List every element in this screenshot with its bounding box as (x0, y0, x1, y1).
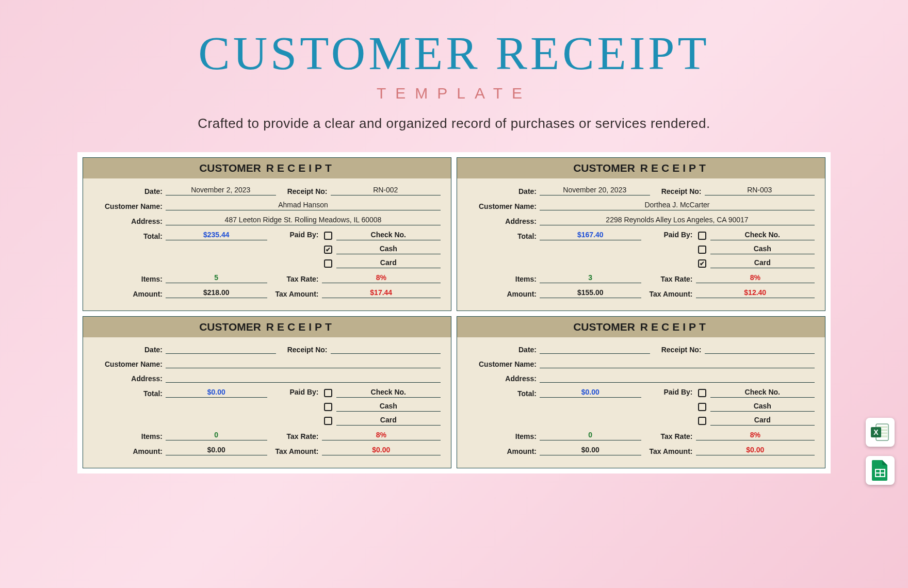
receiptno-label: Receipt No: (281, 346, 331, 354)
total-value: $0.00 (540, 388, 641, 398)
customer-label: Customer Name: (467, 202, 540, 210)
customer-value (540, 359, 815, 368)
receiptno-value: RN-002 (331, 186, 441, 195)
amount-label: Amount: (93, 290, 166, 298)
receiptno-value (705, 345, 815, 354)
taxamount-value: $0.00 (322, 446, 441, 455)
taxamount-label: Tax Amount: (646, 447, 696, 455)
taxamount-label: Tax Amount: (272, 447, 322, 455)
card-checkbox[interactable] (698, 417, 706, 425)
card-label: Card (710, 416, 815, 426)
taxrate-label: Tax Rate: (272, 432, 322, 440)
amount-label: Amount: (467, 447, 540, 455)
taxrate-value: 8% (322, 431, 441, 440)
check-label: Check No. (710, 231, 815, 240)
items-value: 5 (166, 273, 267, 283)
page-title: CUSTOMER RECEIPT (41, 26, 867, 80)
taxamount-value: $12.40 (696, 288, 815, 298)
svg-text:X: X (873, 428, 879, 436)
receipt-header: CUSTOMER RECEIPT (457, 158, 825, 178)
customer-value (166, 359, 441, 368)
items-label: Items: (93, 432, 166, 440)
taxamount-value: $17.44 (322, 288, 441, 298)
receipt-header: CUSTOMER RECEIPT (83, 317, 451, 337)
cash-label: Cash (336, 402, 441, 412)
check-checkbox[interactable] (324, 232, 332, 240)
receiptno-value (331, 345, 441, 354)
taxrate-label: Tax Rate: (272, 275, 322, 283)
cash-checkbox[interactable] (324, 246, 332, 254)
page-description: Crafted to provide a clear and organized… (41, 116, 867, 132)
amount-label: Amount: (467, 290, 540, 298)
address-label: Address: (467, 217, 540, 225)
card-label: Card (336, 416, 441, 426)
date-value: November 20, 2023 (540, 186, 650, 195)
customer-value: Ahmad Hanson (166, 201, 441, 210)
cash-label: Cash (710, 244, 815, 254)
format-icons: X (866, 418, 895, 485)
items-value: 0 (540, 431, 641, 440)
cash-label: Cash (336, 244, 441, 254)
amount-label: Amount: (93, 447, 166, 455)
receipt-card: CUSTOMER RECEIPT Date: Receipt No: Custo… (457, 316, 825, 468)
excel-icon[interactable]: X (866, 418, 895, 447)
paidby-label: Paid By: (646, 231, 696, 239)
receiptno-label: Receipt No: (281, 187, 331, 195)
receiptno-value: RN-003 (705, 186, 815, 195)
cash-checkbox[interactable] (698, 403, 706, 411)
total-value: $235.44 (166, 231, 267, 240)
address-value: 487 Leeton Ridge St. Rolling Meadows, IL… (166, 216, 441, 225)
address-value (166, 373, 441, 383)
taxrate-value: 8% (322, 273, 441, 283)
date-label: Date: (467, 187, 540, 195)
receipt-header: CUSTOMER RECEIPT (83, 158, 451, 178)
date-label: Date: (93, 187, 166, 195)
receipt-card: CUSTOMER RECEIPT Date: November 2, 2023 … (83, 157, 451, 311)
items-value: 3 (540, 273, 641, 283)
check-checkbox[interactable] (698, 389, 706, 397)
card-checkbox[interactable] (698, 259, 706, 268)
page-subtitle: TEMPLATE (41, 85, 867, 102)
check-checkbox[interactable] (698, 232, 706, 240)
sheets-icon[interactable] (866, 456, 895, 485)
taxrate-value: 8% (696, 431, 815, 440)
total-label: Total: (467, 232, 540, 240)
total-value: $0.00 (166, 388, 267, 398)
address-label: Address: (467, 374, 540, 383)
check-checkbox[interactable] (324, 389, 332, 397)
items-value: 0 (166, 431, 267, 440)
address-label: Address: (93, 374, 166, 383)
items-label: Items: (467, 275, 540, 283)
taxrate-label: Tax Rate: (646, 275, 696, 283)
taxamount-label: Tax Amount: (272, 290, 322, 298)
amount-value: $0.00 (540, 446, 641, 455)
customer-label: Customer Name: (93, 202, 166, 210)
total-label: Total: (93, 389, 166, 398)
receipt-card: CUSTOMER RECEIPT Date: Receipt No: Custo… (83, 316, 451, 468)
check-label: Check No. (336, 231, 441, 240)
date-value (540, 345, 650, 354)
date-value (166, 345, 276, 354)
taxrate-label: Tax Rate: (646, 432, 696, 440)
receipt-card: CUSTOMER RECEIPT Date: November 20, 2023… (457, 157, 825, 311)
cash-checkbox[interactable] (324, 403, 332, 411)
total-label: Total: (93, 232, 166, 240)
address-value: 2298 Reynolds Alley Los Angeles, CA 9001… (540, 216, 815, 225)
receiptno-label: Receipt No: (655, 346, 705, 354)
template-hero: CUSTOMER RECEIPT TEMPLATE Crafted to pro… (0, 0, 908, 494)
total-label: Total: (467, 389, 540, 398)
card-checkbox[interactable] (324, 417, 332, 425)
amount-value: $218.00 (166, 288, 267, 298)
customer-label: Customer Name: (93, 360, 166, 368)
receiptno-label: Receipt No: (655, 187, 705, 195)
paidby-label: Paid By: (272, 388, 322, 396)
date-label: Date: (467, 346, 540, 354)
card-label: Card (710, 258, 815, 268)
receipt-header: CUSTOMER RECEIPT (457, 317, 825, 337)
items-label: Items: (93, 275, 166, 283)
card-checkbox[interactable] (324, 259, 332, 268)
cash-checkbox[interactable] (698, 246, 706, 254)
check-label: Check No. (336, 388, 441, 398)
taxrate-value: 8% (696, 273, 815, 283)
paidby-label: Paid By: (646, 388, 696, 396)
